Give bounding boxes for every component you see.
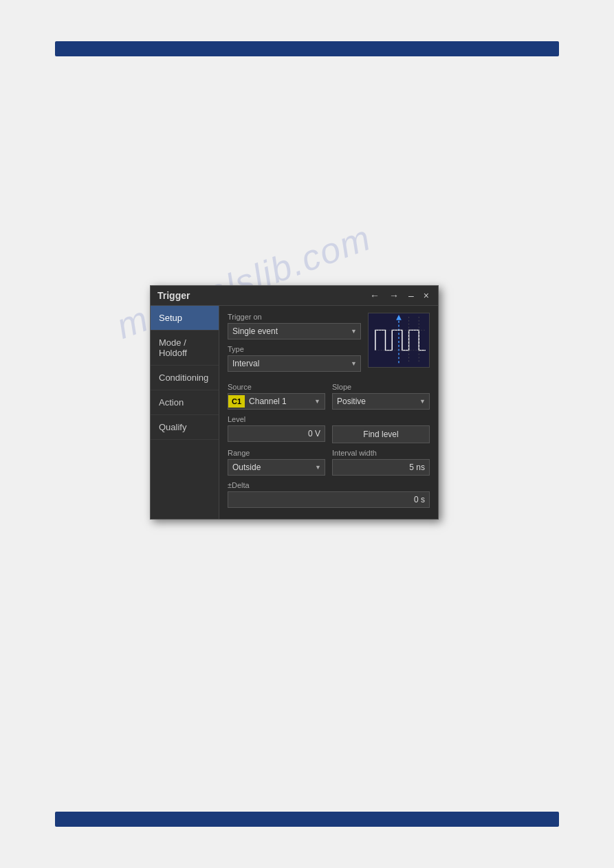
sidebar-item-conditioning[interactable]: Conditioning	[151, 366, 219, 390]
dialog-controls: ← → – ×	[368, 290, 431, 301]
type-group: Type Interval	[228, 345, 361, 372]
back-arrow-button[interactable]: ←	[368, 290, 382, 301]
type-select-wrapper: Interval	[228, 355, 361, 372]
type-select[interactable]: Interval	[228, 355, 361, 372]
sidebar-item-setup[interactable]: Setup	[151, 306, 219, 331]
forward-arrow-button[interactable]: →	[387, 290, 401, 301]
range-select[interactable]: Outside	[228, 459, 325, 476]
delta-label: ±Delta	[228, 481, 430, 489]
sidebar-item-qualify[interactable]: Qualify	[151, 415, 219, 440]
bottom-bar	[55, 812, 559, 827]
source-slope-row: Source C1 Channel 1 ▼ Slope Positive	[228, 383, 430, 410]
level-label: Level	[228, 415, 325, 423]
sidebar-item-action[interactable]: Action	[151, 390, 219, 415]
trigger-on-group: Trigger on Single event	[228, 313, 361, 340]
dialog-title: Trigger	[157, 290, 190, 301]
source-badge: C1	[228, 395, 245, 408]
source-label: Source	[228, 383, 325, 391]
dialog-body: Setup Mode / Holdoff Conditioning Action…	[151, 306, 438, 519]
source-col: Source C1 Channel 1 ▼	[228, 383, 325, 410]
interval-width-label: Interval width	[332, 449, 430, 457]
interval-width-col: Interval width 5 ns	[332, 449, 430, 476]
slope-col: Slope Positive	[332, 383, 430, 410]
trigger-diagram	[368, 313, 430, 368]
top-section: Trigger on Single event Type Interval	[228, 313, 430, 377]
svg-marker-1	[396, 315, 402, 320]
range-interval-row: Range Outside Interval width 5 ns	[228, 449, 430, 476]
range-col: Range Outside	[228, 449, 325, 476]
slope-select[interactable]: Positive	[332, 393, 430, 410]
slope-select-wrapper: Positive	[332, 393, 430, 410]
trigger-on-select-wrapper: Single event	[228, 323, 361, 340]
level-row: Level 0 V Find level	[228, 415, 430, 443]
level-col: Level 0 V	[228, 415, 325, 443]
trigger-on-label: Trigger on	[228, 313, 361, 321]
minimize-button[interactable]: –	[406, 290, 416, 301]
close-button[interactable]: ×	[421, 290, 431, 301]
level-value[interactable]: 0 V	[228, 425, 325, 442]
interval-width-value[interactable]: 5 ns	[332, 459, 430, 476]
top-left: Trigger on Single event Type Interval	[228, 313, 361, 377]
source-dropdown-arrow: ▼	[310, 395, 325, 408]
type-label: Type	[228, 345, 361, 353]
sidebar: Setup Mode / Holdoff Conditioning Action…	[151, 306, 219, 519]
range-select-wrapper: Outside	[228, 459, 325, 476]
slope-label: Slope	[332, 383, 430, 391]
source-select[interactable]: C1 Channel 1 ▼	[228, 393, 325, 410]
range-label: Range	[228, 449, 325, 457]
delta-section: ±Delta 0 s	[228, 481, 430, 508]
source-text: Channel 1	[245, 394, 310, 409]
top-right	[368, 313, 430, 377]
trigger-on-select[interactable]: Single event	[228, 323, 361, 340]
top-bar	[55, 41, 559, 56]
delta-value[interactable]: 0 s	[228, 491, 430, 508]
sidebar-item-mode-holdoff[interactable]: Mode / Holdoff	[151, 331, 219, 366]
main-content: Trigger on Single event Type Interval	[219, 306, 438, 519]
find-level-col: Find level	[332, 415, 430, 443]
trigger-dialog: Trigger ← → – × Setup Mode / Holdoff Con…	[150, 285, 439, 520]
dialog-title-bar: Trigger ← → – ×	[151, 286, 438, 306]
find-level-button[interactable]: Find level	[332, 425, 430, 443]
